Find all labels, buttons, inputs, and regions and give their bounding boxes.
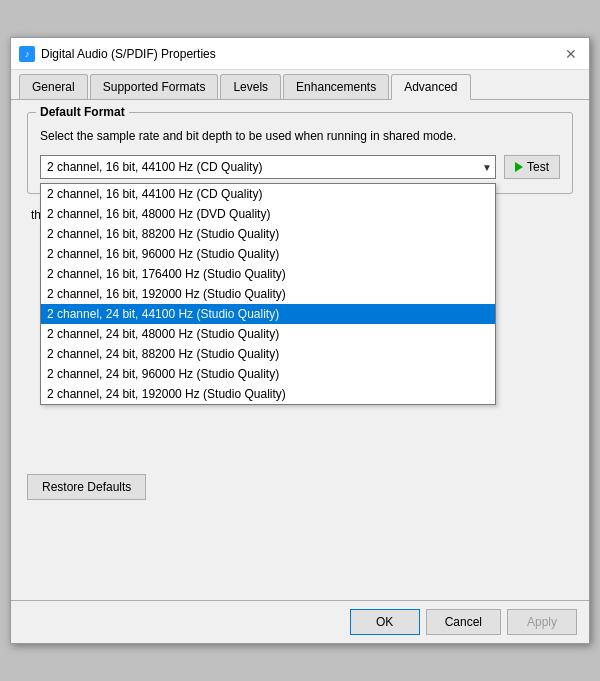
tab-supported-formats[interactable]: Supported Formats [90, 74, 219, 99]
format-dropdown-wrapper: 2 channel, 16 bit, 44100 Hz (CD Quality)… [40, 155, 496, 179]
apply-button[interactable]: Apply [507, 609, 577, 635]
dropdown-list[interactable]: 2 channel, 16 bit, 44100 Hz (CD Quality)… [40, 183, 496, 405]
tab-levels[interactable]: Levels [220, 74, 281, 99]
test-button[interactable]: Test [504, 155, 560, 179]
dropdown-item[interactable]: 2 channel, 16 bit, 48000 Hz (DVD Quality… [41, 204, 495, 224]
format-dropdown[interactable]: 2 channel, 16 bit, 44100 Hz (CD Quality) [40, 155, 496, 179]
title-bar-left: ♪ Digital Audio (S/PDIF) Properties [19, 46, 216, 62]
dropdown-selected-value: 2 channel, 16 bit, 44100 Hz (CD Quality) [47, 160, 262, 174]
tab-content-advanced: Default Format Select the sample rate an… [11, 100, 589, 600]
ok-button[interactable]: OK [350, 609, 420, 635]
dropdown-item[interactable]: 2 channel, 24 bit, 192000 Hz (Studio Qua… [41, 384, 495, 404]
test-button-label: Test [527, 160, 549, 174]
restore-defaults-button[interactable]: Restore Defaults [27, 474, 146, 500]
dropdown-item[interactable]: 2 channel, 16 bit, 44100 Hz (CD Quality) [41, 184, 495, 204]
close-button[interactable]: ✕ [561, 44, 581, 64]
tab-general[interactable]: General [19, 74, 88, 99]
dialog-footer: OK Cancel Apply [11, 600, 589, 643]
window-title: Digital Audio (S/PDIF) Properties [41, 47, 216, 61]
dropdown-item[interactable]: 2 channel, 24 bit, 96000 Hz (Studio Qual… [41, 364, 495, 384]
tab-bar: General Supported Formats Levels Enhance… [11, 70, 589, 100]
title-bar: ♪ Digital Audio (S/PDIF) Properties ✕ [11, 38, 589, 70]
tab-enhancements[interactable]: Enhancements [283, 74, 389, 99]
dropdown-item[interactable]: 2 channel, 16 bit, 192000 Hz (Studio Qua… [41, 284, 495, 304]
dropdown-item[interactable]: 2 channel, 24 bit, 48000 Hz (Studio Qual… [41, 324, 495, 344]
group-title: Default Format [36, 105, 129, 119]
window-icon: ♪ [19, 46, 35, 62]
default-format-group: Default Format Select the sample rate an… [27, 112, 573, 194]
dropdown-item[interactable]: 2 channel, 24 bit, 44100 Hz (Studio Qual… [41, 304, 495, 324]
dropdown-item[interactable]: 2 channel, 24 bit, 88200 Hz (Studio Qual… [41, 344, 495, 364]
play-icon [515, 162, 523, 172]
tab-advanced[interactable]: Advanced [391, 74, 470, 100]
cancel-button[interactable]: Cancel [426, 609, 501, 635]
dropdown-row: 2 channel, 16 bit, 44100 Hz (CD Quality)… [40, 155, 560, 179]
group-description: Select the sample rate and bit depth to … [40, 127, 560, 145]
dialog-window: ♪ Digital Audio (S/PDIF) Properties ✕ Ge… [10, 37, 590, 644]
dropdown-item[interactable]: 2 channel, 16 bit, 176400 Hz (Studio Qua… [41, 264, 495, 284]
dropdown-item[interactable]: 2 channel, 16 bit, 96000 Hz (Studio Qual… [41, 244, 495, 264]
dropdown-item[interactable]: 2 channel, 16 bit, 88200 Hz (Studio Qual… [41, 224, 495, 244]
